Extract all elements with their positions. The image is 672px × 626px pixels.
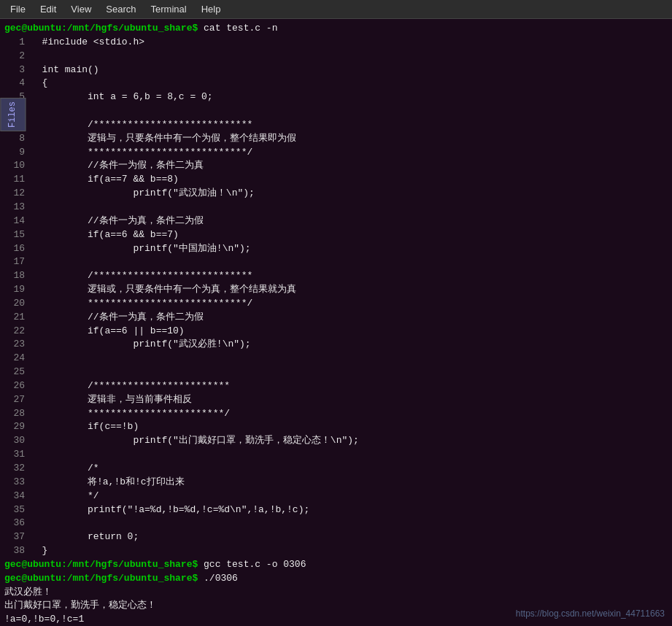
code-line: 6	[4, 104, 668, 118]
menu-view[interactable]: View	[63, 2, 99, 16]
line-number: 32	[4, 462, 25, 476]
line-code: return 0;	[31, 531, 139, 542]
line-number: 37	[4, 530, 25, 544]
line-number: 24	[4, 352, 25, 366]
line-code: 逻辑与，只要条件中有一个为假，整个结果即为假	[31, 133, 296, 144]
line-number: 36	[4, 517, 25, 530]
line-number: 38	[4, 544, 25, 558]
menu-edit[interactable]: Edit	[33, 2, 63, 16]
command-line-3: gec@ubuntu:/mnt/hgfs/ubuntu_share$ ./030…	[4, 572, 668, 586]
line-number: 19	[4, 283, 25, 297]
line-code: //条件一为真，条件二为假	[31, 312, 204, 322]
line-code: printf("武汉加油！\n");	[31, 188, 255, 198]
cmd-2: gcc test.c -o 0306	[198, 559, 306, 570]
code-line: 19 逻辑或，只要条件中有一个为真，整个结果就为真	[4, 283, 668, 297]
line-code: ****************************/	[31, 147, 252, 158]
line-number: 30	[4, 434, 25, 448]
line-number: 15	[4, 228, 25, 242]
code-line: 32 /*	[4, 462, 668, 476]
line-code: {	[31, 77, 47, 88]
code-line: 28 ************************/	[4, 407, 668, 421]
line-number: 27	[4, 393, 25, 407]
line-number: 28	[4, 407, 25, 421]
line-code: int main()	[31, 64, 99, 75]
code-line: 31	[4, 448, 668, 462]
line-code: */	[31, 490, 99, 501]
line-code: /*	[31, 463, 99, 474]
line-number: 11	[4, 173, 25, 187]
code-line: 30 printf("出门戴好口罩，勤洗手，稳定心态！\n");	[4, 434, 668, 448]
code-line: 13	[4, 201, 668, 215]
code-line: 14 //条件一为真，条件二为假	[4, 215, 668, 228]
line-code: //条件一为真，条件二为假	[31, 215, 204, 226]
line-code: //条件一为假，条件二为真	[31, 160, 204, 171]
line-number: 9	[4, 146, 25, 160]
line-number: 22	[4, 325, 25, 339]
code-line: 11 if(a==7 && b==8)	[4, 173, 668, 187]
line-number: 13	[4, 201, 25, 215]
line-number: 21	[4, 311, 25, 325]
cmd-1: cat test.c -n	[198, 23, 277, 34]
files-tab[interactable]: Files	[0, 98, 26, 131]
code-line: 3 int main()	[4, 63, 668, 77]
line-code: #include <stdio.h>	[31, 36, 144, 47]
code-line: 27 逻辑非，与当前事件相反	[4, 393, 668, 407]
line-number: 14	[4, 215, 25, 228]
output-1: 武汉必胜！	[4, 586, 668, 600]
cmd-3: ./0306	[198, 573, 238, 584]
prompt-2: gec@ubuntu:/mnt/hgfs/ubuntu_share$	[4, 559, 198, 570]
code-line: 23 printf("武汉必胜!\n");	[4, 338, 668, 352]
code-line: 26 /************************	[4, 379, 668, 393]
line-code: ************************/	[31, 408, 230, 419]
line-code: if(a==6 || b==10)	[31, 325, 185, 336]
menubar: File Edit View Search Terminal Help	[0, 0, 672, 19]
line-number: 33	[4, 476, 25, 490]
command-line-1: gec@ubuntu:/mnt/hgfs/ubuntu_share$ cat t…	[4, 22, 668, 36]
prompt-3: gec@ubuntu:/mnt/hgfs/ubuntu_share$	[4, 573, 198, 584]
code-line: 5 int a = 6,b = 8,c = 0;	[4, 90, 668, 104]
line-code: ****************************/	[31, 298, 252, 309]
menu-terminal[interactable]: Terminal	[144, 2, 194, 16]
line-code: 逻辑非，与当前事件相反	[31, 394, 192, 405]
line-code: printf("出门戴好口罩，勤洗手，稳定心态！\n");	[31, 435, 359, 446]
code-line: 10 //条件一为假，条件二为真	[4, 159, 668, 173]
line-number: 23	[4, 338, 25, 352]
line-code: if(a==6 && b==7)	[31, 229, 179, 240]
line-code: printf("!a=%d,!b=%d,!c=%d\n",!a,!b,!c);	[31, 504, 309, 515]
menu-search[interactable]: Search	[99, 2, 143, 16]
line-code: /************************	[31, 380, 230, 391]
line-number: 31	[4, 448, 25, 462]
code-line: 17	[4, 255, 668, 269]
line-number: 26	[4, 379, 25, 393]
code-line: 7 /****************************	[4, 118, 668, 132]
line-code: /****************************	[31, 119, 252, 130]
line-number: 17	[4, 255, 25, 269]
code-line: 21 //条件一为真，条件二为假	[4, 311, 668, 325]
code-line: 25	[4, 366, 668, 379]
code-line: 16 printf("中国加油!\n");	[4, 242, 668, 256]
line-number: 3	[4, 63, 25, 77]
watermark: https://blog.csdn.net/weixin_44711663	[516, 608, 665, 620]
line-code: if(a==7 && b==8)	[31, 174, 179, 185]
line-number: 16	[4, 242, 25, 256]
line-code: 将!a,!b和!c打印出来	[31, 476, 185, 487]
code-line: 18 /****************************	[4, 269, 668, 283]
code-line: 20 ****************************/	[4, 297, 668, 311]
code-line: 29 if(c==!b)	[4, 420, 668, 434]
code-line: 4 {	[4, 77, 668, 90]
line-number: 25	[4, 366, 25, 379]
line-code: printf("武汉必胜!\n");	[31, 339, 251, 349]
code-line: 36	[4, 517, 668, 530]
code-line: 2	[4, 50, 668, 63]
code-line: 22 if(a==6 || b==10)	[4, 325, 668, 339]
line-number: 2	[4, 50, 25, 63]
line-code: printf("中国加油!\n");	[31, 243, 251, 254]
code-line: 15 if(a==6 && b==7)	[4, 228, 668, 242]
menu-file[interactable]: File	[3, 2, 33, 16]
code-line: 24	[4, 352, 668, 366]
code-line: 12 printf("武汉加油！\n");	[4, 187, 668, 201]
line-number: 18	[4, 269, 25, 283]
menu-help[interactable]: Help	[194, 2, 228, 16]
line-code: int a = 6,b = 8,c = 0;	[31, 91, 213, 102]
terminal: Files gec@ubuntu:/mnt/hgfs/ubuntu_share$…	[0, 19, 672, 626]
